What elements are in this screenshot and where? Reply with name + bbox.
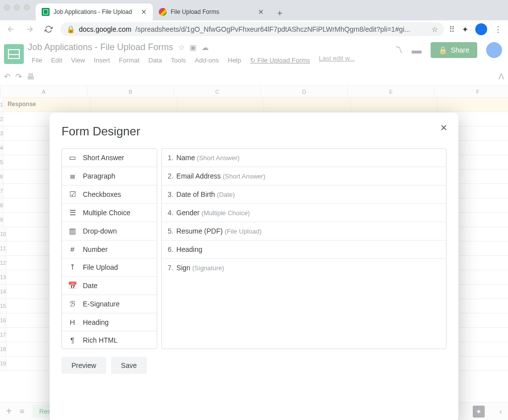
lock-icon: 🔒 xyxy=(66,25,75,33)
field-number: 5. xyxy=(168,227,174,235)
field-number: 3. xyxy=(168,190,174,198)
save-button[interactable]: Save xyxy=(111,357,147,374)
field-number: 6. xyxy=(168,245,174,253)
field-number: 4. xyxy=(168,209,174,217)
palette-item[interactable]: ≣Paragraph xyxy=(62,167,157,185)
field-type: (Short Answer) xyxy=(197,154,240,162)
field-type: (Short Answer) xyxy=(223,173,265,180)
field-name: Date of Birth xyxy=(177,190,215,198)
browser-tab-sheets[interactable]: Job Applications - File Upload ✕ xyxy=(36,3,153,20)
tab-title: Job Applications - File Upload xyxy=(54,8,137,15)
palette-item-icon: ▥ xyxy=(68,227,77,236)
palette-item-label: Heading xyxy=(83,318,109,326)
field-name: Email Address xyxy=(177,172,221,180)
palette-item-label: Checkboxes xyxy=(83,190,121,198)
palette-item-icon: ☑ xyxy=(68,190,77,199)
palette-item-icon: H xyxy=(68,318,77,326)
palette-item[interactable]: 📅Date xyxy=(62,277,157,295)
extension-icon[interactable]: ⠿ xyxy=(449,25,455,34)
palette-item[interactable]: ⤒File Upload xyxy=(62,258,157,277)
palette-item-label: Short Answer xyxy=(83,154,124,162)
form-field-item[interactable]: 2. Email Address (Short Answer) xyxy=(162,167,446,185)
url-path: /spreadsheets/d/1gO_NfwGOgPvFhxeur64lF7p… xyxy=(135,25,410,33)
form-fields-list: 1. Name (Short Answer)2. Email Address (… xyxy=(161,148,446,349)
palette-item-icon: 📅 xyxy=(68,281,77,290)
field-name: Gender xyxy=(177,209,200,217)
field-type: (File Upload) xyxy=(225,228,261,235)
palette-item-label: Number xyxy=(83,245,108,253)
form-field-item[interactable]: 7. Sign (Signature) xyxy=(162,259,446,277)
close-tab-icon[interactable]: ✕ xyxy=(258,8,264,16)
browser-tab-strip: Job Applications - File Upload ✕ File Up… xyxy=(0,0,508,20)
close-dialog-button[interactable]: ✕ xyxy=(440,122,447,133)
palette-item-label: Drop-down xyxy=(83,227,117,235)
field-number: 2. xyxy=(168,172,174,180)
star-icon[interactable]: ☆ xyxy=(432,25,438,33)
field-number: 1. xyxy=(168,154,174,162)
preview-button[interactable]: Preview xyxy=(62,357,106,374)
palette-item[interactable]: ☰Multiple Choice xyxy=(62,204,157,222)
form-field-item[interactable]: 4. Gender (Multiple Choice) xyxy=(162,204,446,222)
form-field-item[interactable]: 3. Date of Birth (Date) xyxy=(162,185,446,204)
form-field-item[interactable]: 5. Resume (PDF) (File Upload) xyxy=(162,222,446,240)
palette-item[interactable]: ☑Checkboxes xyxy=(62,185,157,204)
field-type: (Multiple Choice) xyxy=(201,209,250,217)
palette-item-icon: ¶ xyxy=(68,336,77,344)
palette-item[interactable]: ¶Rich HTML xyxy=(62,331,157,349)
palette-item[interactable]: ▭Short Answer xyxy=(62,149,157,167)
palette-item[interactable]: HHeading xyxy=(62,313,157,331)
forward-button[interactable] xyxy=(23,22,37,36)
minimize-window-icon[interactable] xyxy=(14,4,20,10)
palette-item[interactable]: ℬE-Signature xyxy=(62,295,157,313)
form-field-item[interactable]: 1. Name (Short Answer) xyxy=(162,149,446,167)
form-designer-dialog: Form Designer ✕ ▭Short Answer≣Paragraph☑… xyxy=(50,113,458,420)
palette-item-label: E-Signature xyxy=(83,300,120,308)
maximize-window-icon[interactable] xyxy=(24,4,30,10)
field-name: Heading xyxy=(177,245,202,253)
field-name: Name xyxy=(177,154,195,162)
palette-item-label: Multiple Choice xyxy=(83,209,130,217)
new-tab-button[interactable]: + xyxy=(273,6,287,20)
extensions-puzzle-icon[interactable]: ✦ xyxy=(462,25,468,34)
address-bar: 🔒 docs.google.com/spreadsheets/d/1gO_Nfw… xyxy=(0,20,508,38)
field-palette: ▭Short Answer≣Paragraph☑Checkboxes☰Multi… xyxy=(62,148,157,349)
palette-item-label: Paragraph xyxy=(83,172,115,180)
palette-item-icon: ▭ xyxy=(68,153,77,162)
palette-item[interactable]: ▥Drop-down xyxy=(62,222,157,240)
palette-item-icon: ⤒ xyxy=(68,263,77,272)
chrome-menu-icon[interactable]: ⋮ xyxy=(494,25,502,34)
field-name: Resume (PDF) xyxy=(177,227,223,235)
url-domain: docs.google.com xyxy=(79,25,131,33)
field-number: 7. xyxy=(168,264,174,272)
palette-item-icon: # xyxy=(68,245,77,253)
palette-item-icon: ☰ xyxy=(68,208,77,217)
close-window-icon[interactable] xyxy=(4,4,10,10)
window-controls xyxy=(4,4,36,16)
palette-item-label: Date xyxy=(83,282,98,290)
palette-item[interactable]: #Number xyxy=(62,240,157,258)
sheets-favicon-icon xyxy=(42,8,50,16)
forms-favicon-icon xyxy=(159,8,167,16)
palette-item-label: Rich HTML xyxy=(83,336,118,344)
reload-button[interactable] xyxy=(42,22,56,36)
tab-title: File Upload Forms xyxy=(171,8,254,15)
palette-item-label: File Upload xyxy=(83,263,118,271)
dialog-title: Form Designer xyxy=(62,124,446,138)
close-tab-icon[interactable]: ✕ xyxy=(141,8,147,16)
field-type: (Signature) xyxy=(192,264,224,272)
browser-tab-forms[interactable]: File Upload Forms ✕ xyxy=(153,3,270,20)
field-name: Sign xyxy=(177,264,190,272)
palette-item-icon: ≣ xyxy=(68,172,77,180)
url-input[interactable]: 🔒 docs.google.com/spreadsheets/d/1gO_Nfw… xyxy=(61,22,444,36)
back-button[interactable] xyxy=(4,22,18,36)
palette-item-icon: ℬ xyxy=(68,300,77,308)
form-field-item[interactable]: 6. Heading xyxy=(162,240,446,259)
profile-avatar[interactable] xyxy=(475,23,487,35)
field-type: (Date) xyxy=(217,191,235,198)
